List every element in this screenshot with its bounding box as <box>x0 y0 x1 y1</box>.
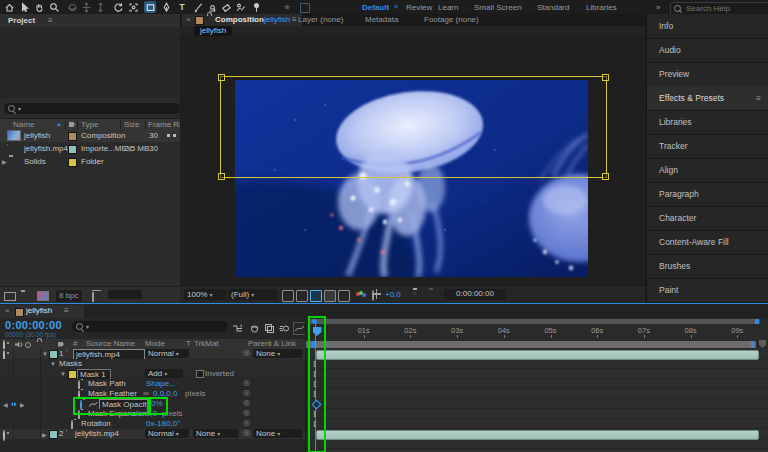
grid-guides-options-icon[interactable] <box>282 290 294 302</box>
pickwhip-icon[interactable]: ◎ <box>243 429 250 437</box>
label-swatch[interactable] <box>68 145 77 154</box>
viewer-composition-subtab[interactable]: jellyfish <box>194 26 232 36</box>
viewer-menu-icon[interactable]: ≡ <box>292 15 297 24</box>
tool-options-icon[interactable] <box>300 3 310 13</box>
twirl-open-icon[interactable]: ▼ <box>60 371 66 377</box>
panel-tab-character[interactable]: Character <box>647 206 768 231</box>
parent-dropdown[interactable]: None▾ <box>253 349 303 358</box>
column-t[interactable]: T <box>186 339 191 349</box>
project-row-jellyfish[interactable]: jellyfish Composition 30 <box>0 129 180 142</box>
workspace-tab-learn[interactable]: Learn <box>438 3 458 12</box>
rotation-row[interactable]: Rotation 0x-180,0° ◎ <box>0 419 305 429</box>
property-name[interactable]: Mask Expansion <box>88 409 147 419</box>
composition-tab[interactable]: × Composition jellyfish ≡ <box>182 14 302 26</box>
layer-2-duration-bar[interactable] <box>316 430 759 440</box>
mask-feather-row[interactable]: Mask Feather ∞ 0,0,0,0 pixels ◎ <box>0 389 305 399</box>
pickwhip-icon[interactable]: ◎ <box>243 399 250 407</box>
exposure-value[interactable]: +0,0 <box>385 290 401 300</box>
type-tool-icon[interactable]: T <box>176 1 188 13</box>
layer-name[interactable]: jellyfish.mp4 <box>75 429 119 439</box>
time-navigator-bar[interactable] <box>308 319 760 324</box>
pickwhip-icon[interactable]: ◎ <box>243 349 250 357</box>
pickwhip-icon[interactable]: ◎ <box>243 419 250 427</box>
property-name[interactable]: Rotation <box>81 419 111 429</box>
workspace-tab-libraries[interactable]: Libraries <box>586 3 617 12</box>
color-depth-button[interactable]: 8 bpc <box>56 290 82 302</box>
label-swatch[interactable] <box>68 132 77 141</box>
panel-tab-libraries[interactable]: Libraries <box>647 110 768 135</box>
panel-menu-icon[interactable]: ≡ <box>756 94 761 103</box>
layer-color-swatch[interactable] <box>49 430 58 439</box>
panel-tab-paint[interactable]: Paint <box>647 278 768 303</box>
puppet-pin-tool-icon[interactable] <box>250 1 262 13</box>
previous-keyframe-icon[interactable]: ◀ <box>3 401 8 408</box>
trkmat-dropdown[interactable]: None▾ <box>193 429 239 438</box>
twirl-closed-icon[interactable]: ▶ <box>2 158 7 165</box>
mask-opacity-row[interactable]: ◀ ◆ ▶ Mask Opacity 0% ◎ <box>0 399 305 409</box>
pickwhip-icon[interactable]: ◎ <box>243 409 250 417</box>
blend-mode-dropdown[interactable]: Normal▾ <box>145 349 189 358</box>
hand-tool-icon[interactable] <box>33 1 45 13</box>
workspace-tab-review[interactable]: Review <box>406 3 432 12</box>
orbit-camera-tool-icon[interactable] <box>66 1 78 13</box>
home-tool-icon[interactable] <box>3 1 15 13</box>
property-name[interactable]: Mask Feather <box>88 389 137 399</box>
rotation-tool-icon[interactable] <box>112 1 124 13</box>
mask-path-outline[interactable] <box>220 76 607 178</box>
timeline-search-box[interactable]: ▾ <box>72 321 228 332</box>
selection-tool-icon[interactable] <box>18 1 30 13</box>
time-ruler-area[interactable]: 01s 02s 03s 04s 05s 06s 07s 08s 09s <box>305 318 768 339</box>
twirl-open-icon[interactable]: ▼ <box>50 361 56 367</box>
blend-mode-dropdown[interactable]: Normal▾ <box>145 429 189 438</box>
mask-vertex-handle[interactable] <box>602 173 609 180</box>
twirl-open-icon[interactable]: ▼ <box>42 351 48 357</box>
mask-path-row[interactable]: Mask Path Shape... ◎ <box>0 379 305 389</box>
label-swatch[interactable] <box>68 158 77 167</box>
close-tab-icon[interactable]: × <box>5 306 10 315</box>
property-value[interactable]: 0,0 <box>146 409 157 419</box>
work-area-end-handle[interactable] <box>751 341 754 348</box>
panel-tab-align[interactable]: Align <box>647 158 768 183</box>
pan-behind-anchor-tool-icon[interactable] <box>127 1 139 13</box>
panel-tab-paragraph[interactable]: Paragraph <box>647 182 768 207</box>
column-hash[interactable]: # <box>73 339 77 349</box>
panel-tab-preview[interactable]: Preview <box>647 62 768 87</box>
roto-brush-tool-icon[interactable] <box>234 1 246 13</box>
group-name[interactable]: Masks <box>59 359 82 369</box>
transparency-grid-icon[interactable] <box>324 290 336 302</box>
workspace-tab-small-screen[interactable]: Small Screen <box>474 3 522 12</box>
metadata-tab[interactable]: Metadata <box>365 15 398 25</box>
footage-tab[interactable]: Footage (none) <box>424 15 479 25</box>
viewer-canvas[interactable] <box>180 36 645 285</box>
mask-visibility-icon[interactable] <box>310 290 322 302</box>
project-panel-menu-icon[interactable]: ≡ <box>48 16 53 25</box>
mini-flowchart-icon[interactable] <box>232 323 243 336</box>
help-search-box[interactable] <box>670 2 768 15</box>
interpret-footage-icon[interactable] <box>4 292 16 301</box>
panel-tab-brushes[interactable]: Brushes <box>647 254 768 279</box>
property-value[interactable]: Shape... <box>146 379 176 389</box>
column-mode[interactable]: Mode <box>145 339 165 349</box>
pen-tool-icon[interactable] <box>160 1 172 13</box>
pickwhip-icon[interactable]: ◎ <box>243 379 250 387</box>
project-panel-tab[interactable]: Project <box>8 16 35 26</box>
layer-1-duration-bar[interactable] <box>316 350 759 360</box>
workspace-tab-default[interactable]: Default <box>362 3 389 12</box>
workspace-overflow-icon[interactable]: » <box>656 3 660 12</box>
mask-vertex-handle[interactable] <box>218 173 225 180</box>
project-flowchart-button[interactable] <box>108 290 142 299</box>
layer-row-1[interactable]: ▼ 1 jellyfish.mp4 Normal▾ ◎ None▾ <box>0 349 305 359</box>
layer-tab[interactable]: Layer (none) <box>298 15 343 25</box>
mask-1-row[interactable]: ▼ Mask 1 Add▾ Inverted <box>0 369 305 379</box>
zoom-tool-icon[interactable] <box>48 1 60 13</box>
motion-blur-icon[interactable] <box>279 323 290 336</box>
mask-mode-dropdown[interactable]: Add▾ <box>145 369 183 378</box>
star-icon[interactable]: ★ <box>283 2 291 12</box>
panel-tab-tracker[interactable]: Tracker <box>647 134 768 159</box>
mask-expansion-row[interactable]: Mask Expansion 0,0 pixels ◎ <box>0 409 305 419</box>
eraser-tool-icon[interactable] <box>220 1 232 13</box>
next-keyframe-icon[interactable]: ▶ <box>20 401 25 408</box>
twirl-closed-icon[interactable]: ▶ <box>42 431 47 438</box>
comp-marker-bin-icon[interactable] <box>759 340 766 348</box>
current-timecode[interactable]: 0:00:00:00 <box>5 319 62 331</box>
